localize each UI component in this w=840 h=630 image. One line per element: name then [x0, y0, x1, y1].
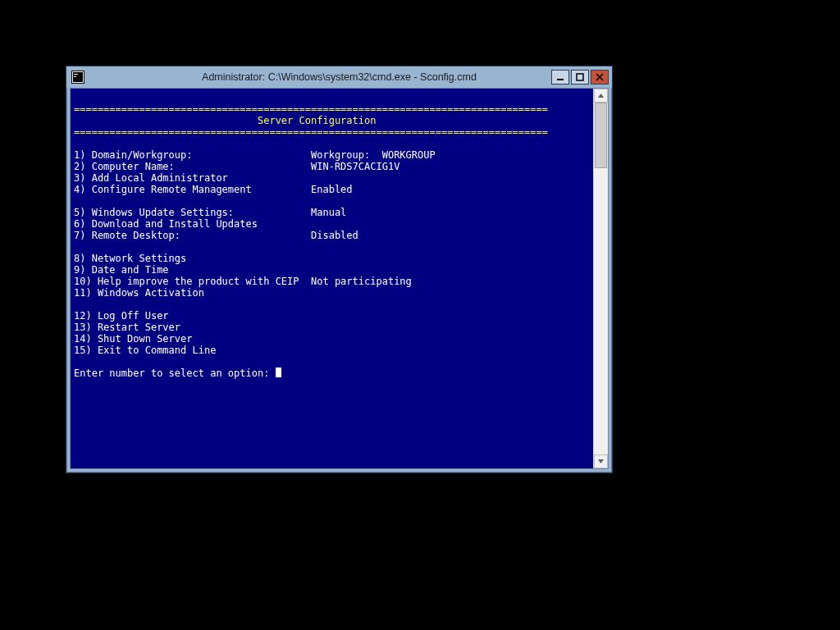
vertical-scrollbar[interactable] — [593, 89, 608, 468]
menu-line-1: 1) Domain/Workgroup: Workgroup: WORKGROU… — [74, 149, 436, 161]
titlebar[interactable]: Administrator: C:\Windows\system32\cmd.e… — [66, 66, 612, 88]
cmd-icon — [71, 71, 84, 84]
menu-line-6: 6) Download and Install Updates — [74, 218, 311, 230]
maximize-button[interactable] — [571, 70, 589, 84]
svg-rect-4 — [74, 76, 76, 77]
cmd-window: Administrator: C:\Windows\system32\cmd.e… — [66, 66, 613, 473]
header-title: Server Configuration — [74, 115, 376, 126]
menu-line-9: 9) Date and Time — [74, 264, 311, 276]
menu-line-3: 3) Add Local Administrator — [74, 172, 311, 184]
console-output[interactable]: ========================================… — [71, 89, 593, 468]
menu-line-10: 10) Help improve the product with CEIP N… — [74, 276, 412, 287]
scroll-track[interactable] — [594, 103, 608, 454]
divider-bottom: ========================================… — [74, 126, 548, 138]
console-pre: ========================================… — [74, 92, 590, 379]
menu-line-2: 2) Computer Name: WIN-RDS7CACIG1V — [74, 161, 399, 172]
cursor — [276, 368, 281, 377]
menu-line-11: 11) Windows Activation — [74, 287, 311, 299]
scroll-down-button[interactable] — [594, 454, 608, 468]
menu-line-15: 15) Exit to Command Line — [74, 345, 311, 356]
svg-rect-6 — [577, 74, 583, 80]
window-buttons — [551, 70, 612, 84]
menu-line-5: 5) Windows Update Settings: Manual — [74, 207, 346, 218]
menu-line-8: 8) Network Settings — [74, 253, 311, 264]
menu-line-7: 7) Remote Desktop: Disabled — [74, 230, 358, 241]
close-button[interactable] — [591, 70, 609, 84]
menu-line-14: 14) Shut Down Server — [74, 333, 311, 345]
scroll-up-button[interactable] — [594, 89, 608, 103]
svg-rect-3 — [74, 74, 78, 75]
window-title: Administrator: C:\Windows\system32\cmd.e… — [66, 71, 612, 83]
divider-top: ========================================… — [74, 103, 548, 115]
menu-line-13: 13) Restart Server — [74, 322, 311, 333]
menu-line-12: 12) Log Off User — [74, 310, 311, 322]
minimize-button[interactable] — [551, 70, 569, 84]
client-area: ========================================… — [70, 88, 609, 469]
menu-line-4: 4) Configure Remote Management Enabled — [74, 184, 353, 195]
scroll-thumb[interactable] — [595, 103, 607, 168]
svg-rect-5 — [557, 79, 564, 80]
prompt-line[interactable]: Enter number to select an option: — [74, 368, 281, 379]
